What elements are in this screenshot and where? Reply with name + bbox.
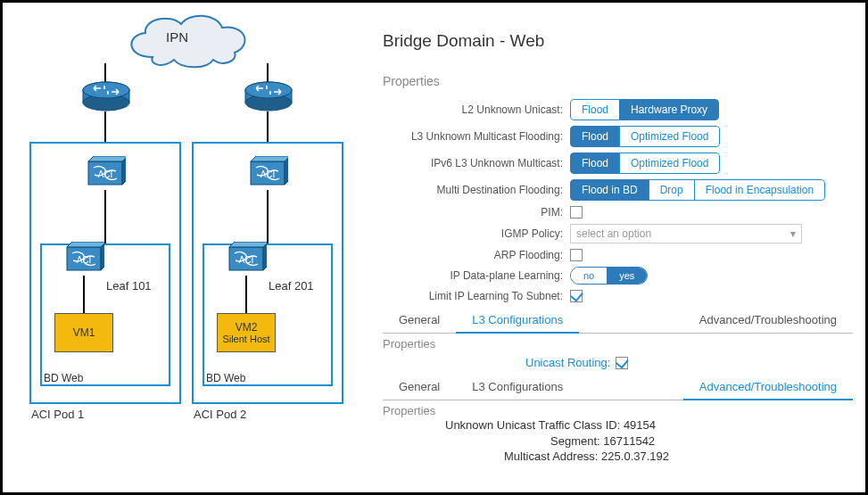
config-panel: Bridge Domain - Web Properties L2 Unknow…	[367, 10, 858, 485]
leaf-label-1: Leaf 101	[106, 279, 152, 293]
l3-unknown-multicast-label: L3 Unknown Multicast Flooding:	[383, 130, 570, 143]
seg-flood-in-encap[interactable]: Flood in Encapsulation	[694, 179, 825, 201]
properties-header: Properties	[383, 74, 853, 88]
tab-general[interactable]: General	[383, 308, 456, 333]
aci-leaf-icon: ACI	[226, 242, 267, 276]
svg-marker-22	[263, 242, 267, 270]
svg-marker-13	[251, 156, 288, 161]
svg-marker-17	[67, 242, 104, 247]
multi-destination-flooding-toggle[interactable]: Flood in BD Drop Flood in Encapsulation	[570, 179, 825, 201]
igmp-placeholder: select an option	[576, 227, 651, 240]
page-title: Bridge Domain - Web	[383, 31, 853, 51]
arp-flooding-checkbox[interactable]	[570, 249, 583, 261]
vm-box-1: VM1	[54, 313, 113, 352]
topology-diagram: IPN ACI ACI ACI ACI Leaf 101 Leaf 201 VM…	[10, 10, 367, 485]
igmp-policy-label: IGMP Policy:	[383, 227, 570, 240]
seg-optimized-flood[interactable]: Optimized Flood	[619, 126, 720, 147]
tab-l3-configurations[interactable]: L3 Configurations	[456, 308, 579, 334]
seg-drop[interactable]: Drop	[649, 179, 695, 201]
limit-ip-learning-label: Limit IP Learning To Subnet:	[383, 290, 570, 302]
link	[83, 276, 85, 315]
ip-dataplane-learning-toggle[interactable]: no yes	[570, 267, 648, 285]
l2-unknown-unicast-toggle[interactable]: Flood Hardware Proxy	[570, 99, 719, 120]
unicast-routing-label: Unicast Routing:	[525, 356, 610, 369]
ipv6-l3-unknown-multicast-toggle[interactable]: Flood Optimized Flood	[570, 153, 720, 174]
bd-label-2: BD Web	[206, 372, 245, 384]
tab-advanced-troubleshooting[interactable]: Advanced/Troubleshooting	[683, 308, 853, 333]
multicast-address: Multicast Address: 225.0.37.192	[504, 449, 853, 465]
pod-label-2: ACI Pod 2	[194, 408, 246, 421]
router-icon	[81, 81, 131, 111]
limit-ip-learning-checkbox[interactable]	[570, 290, 583, 302]
segment-id: Segment: 16711542	[550, 433, 853, 450]
pill-no[interactable]: no	[571, 268, 607, 284]
svg-marker-18	[101, 242, 104, 270]
svg-marker-9	[88, 156, 126, 161]
vm2-sublabel: Silent Host	[222, 334, 269, 344]
aci-leaf-icon: ACI	[63, 242, 104, 276]
unicast-routing-checkbox[interactable]	[616, 357, 628, 369]
svg-point-3	[83, 82, 129, 98]
ipn-label: IPN	[166, 29, 188, 45]
l3-unknown-multicast-toggle[interactable]: Flood Optimized Flood	[570, 126, 720, 147]
seg-optimized-flood[interactable]: Optimized Flood	[619, 153, 720, 174]
svg-marker-10	[122, 156, 126, 185]
svg-marker-21	[229, 242, 267, 247]
seg-flood[interactable]: Flood	[570, 126, 620, 147]
igmp-policy-select[interactable]: select an option ▾	[570, 224, 802, 243]
leaf-label-2: Leaf 201	[269, 279, 314, 293]
seg-flood[interactable]: Flood	[570, 153, 620, 174]
l2-unknown-unicast-label: L2 Unknown Unicast:	[383, 103, 570, 116]
ipv6-l3-unknown-multicast-label: IPv6 L3 Unknown Multicast:	[383, 157, 570, 169]
tab-l3-configurations-2[interactable]: L3 Configurations	[456, 375, 579, 400]
pim-label: PIM:	[383, 206, 570, 219]
seg-flood[interactable]: Flood	[570, 99, 620, 120]
properties-header-2: Properties	[383, 337, 853, 351]
svg-point-7	[245, 82, 292, 98]
multi-destination-flooding-label: Multi Destination Flooding:	[383, 184, 570, 196]
tabs-row-1: General L3 Configurations Advanced/Troub…	[383, 308, 853, 334]
link	[267, 63, 269, 83]
vm-box-2: VM2 Silent Host	[217, 313, 276, 352]
arp-flooding-label: ARP Flooding:	[383, 249, 570, 261]
seg-hardware-proxy[interactable]: Hardware Proxy	[619, 99, 719, 120]
chevron-down-icon: ▾	[790, 227, 796, 240]
link	[104, 190, 106, 243]
ip-dataplane-learning-label: IP Data-plane Learning:	[383, 269, 570, 282]
seg-flood-in-bd[interactable]: Flood in BD	[570, 179, 649, 201]
link	[267, 190, 269, 243]
tabs-row-2: General L3 Configurations Advanced/Troub…	[383, 375, 853, 400]
unknown-unicast-class-id: Unknown Unicast Traffic Class ID: 49154	[445, 417, 853, 433]
pod-label-1: ACI Pod 1	[31, 408, 84, 421]
bd-label-1: BD Web	[44, 372, 83, 384]
svg-marker-14	[285, 156, 288, 185]
properties-header-3: Properties	[383, 404, 853, 417]
vm1-label: VM1	[73, 326, 95, 339]
pim-checkbox[interactable]	[570, 206, 583, 219]
aci-spine-icon: ACI	[247, 156, 288, 190]
tab-advanced-troubleshooting-2[interactable]: Advanced/Troubleshooting	[683, 375, 853, 400]
router-icon	[244, 81, 293, 111]
pill-yes[interactable]: yes	[607, 268, 647, 284]
tab-general-2[interactable]: General	[383, 375, 456, 400]
vm2-label: VM2	[236, 321, 258, 334]
link	[104, 63, 106, 83]
link	[245, 276, 247, 315]
aci-spine-icon: ACI	[85, 156, 126, 190]
